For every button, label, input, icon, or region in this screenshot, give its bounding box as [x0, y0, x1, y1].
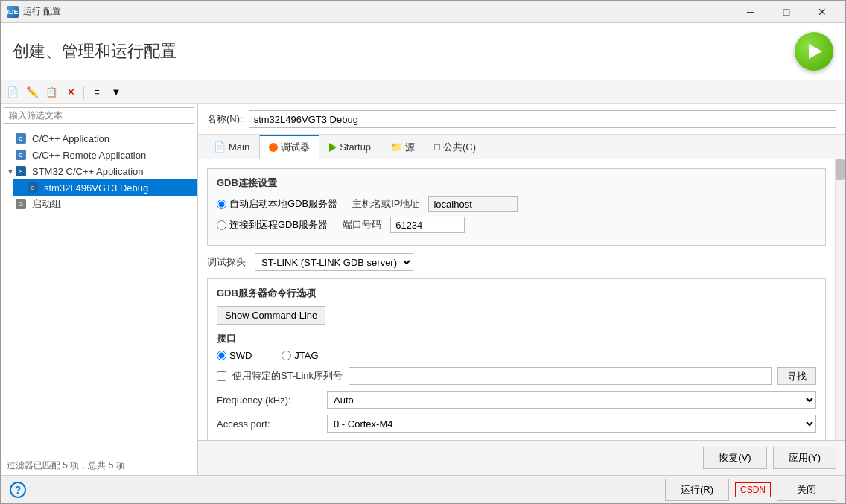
scroll-thumb — [836, 159, 845, 180]
delete-button[interactable]: ✕ — [62, 83, 80, 101]
stm32-group-label: STM32 C/C++ Application — [32, 166, 144, 177]
window-controls: ─ □ ✕ — [734, 1, 839, 23]
serial-input[interactable] — [349, 367, 772, 385]
help-button[interactable]: ? — [10, 482, 26, 498]
filter-button[interactable]: ≡ — [88, 83, 106, 101]
connect-remote-radio[interactable] — [217, 220, 226, 230]
tab-debugger[interactable]: 调试器 — [259, 135, 319, 159]
swd-radio[interactable] — [217, 351, 226, 360]
probe-label: 调试探头 — [207, 255, 246, 269]
tree-item-cpp-app[interactable]: C C/C++ Application — [1, 130, 197, 147]
auto-start-radio[interactable] — [217, 200, 226, 209]
run-button[interactable] — [795, 32, 833, 71]
right-scrollbar[interactable] — [835, 159, 845, 440]
port-label: 端口号码 — [343, 218, 381, 232]
jtag-text: JTAG — [294, 350, 318, 361]
tree-item-cpp-remote[interactable]: C C/C++ Remote Application — [1, 147, 197, 163]
access-port-row: Access port: 0 - Cortex-M4 1 - Cortex-M0 — [217, 415, 816, 433]
config-content: GDB连接设置 自动启动本地GDB服务器 主机名或IP地址 — [198, 159, 835, 440]
serial-row: 使用特定的ST-Link序列号 寻找 — [217, 367, 816, 385]
main-content: C C/C++ Application C C/C++ Remote Appli… — [1, 104, 845, 475]
swd-text: SWD — [229, 350, 252, 361]
jtag-label[interactable]: JTAG — [282, 350, 318, 361]
cpp-remote-label: C/C++ Remote Application — [32, 150, 146, 161]
close-window-button[interactable]: ✕ — [805, 1, 839, 23]
edit-button[interactable]: ✏️ — [23, 83, 41, 101]
reset-behaviour-row: Reset behaviour — [217, 438, 816, 440]
main-tab-label: Main — [229, 141, 249, 153]
left-panel: C C/C++ Application C C/C++ Remote Appli… — [1, 104, 198, 475]
right-panel: 名称(N): 📄 Main 调试器 Startup 📁 — [198, 104, 845, 475]
filter-status: 过滤器已匹配 5 项，总共 5 项 — [1, 456, 197, 475]
view-menu-button[interactable]: ▼ — [107, 83, 125, 101]
debugger-tab-label: 调试器 — [281, 141, 310, 154]
port-input[interactable] — [390, 217, 465, 233]
cpp-icon: C — [16, 133, 26, 144]
probe-select[interactable]: ST-LINK (ST-LINK GDB server) OpenOCD — [255, 253, 413, 271]
tree-item-launch-group[interactable]: G 启动组 — [1, 196, 197, 212]
tree-item-stm32-debug[interactable]: S stm32L496VGT3 Debug — [13, 179, 197, 196]
serial-label: 使用特定的ST-Link序列号 — [232, 369, 343, 383]
connect-remote-text: 连接到远程GDB服务器 — [229, 218, 328, 232]
tab-main[interactable]: 📄 Main — [204, 136, 259, 158]
probe-row: 调试探头 ST-LINK (ST-LINK GDB server) OpenOC… — [207, 253, 826, 271]
tree-item-stm32-group[interactable]: ▼ S STM32 C/C++ Application — [1, 163, 197, 179]
jtag-radio[interactable] — [282, 351, 291, 360]
title-bar: IDE 运行 配置 ─ □ ✕ — [1, 1, 845, 23]
run-config-button[interactable]: 运行(R) — [665, 479, 729, 501]
stm32-debug-label: stm32L496VGT3 Debug — [44, 182, 148, 194]
page-title: 创建、管理和运行配置 — [13, 40, 176, 63]
name-row: 名称(N): — [198, 104, 845, 135]
frequency-select[interactable]: Auto 4000 1800 — [327, 391, 816, 409]
app-icon: IDE — [7, 6, 19, 18]
connect-remote-label[interactable]: 连接到远程GDB服务器 — [217, 218, 328, 232]
host-input[interactable] — [428, 196, 518, 212]
copy-button[interactable]: 📋 — [42, 83, 60, 101]
header-area: 创建、管理和运行配置 — [1, 23, 845, 80]
cpp-app-label: C/C++ Application — [32, 133, 109, 144]
tab-common[interactable]: □ 公共(C) — [424, 135, 486, 159]
host-label: 主机名或IP地址 — [352, 197, 419, 211]
reset-behaviour-label: Reset behaviour — [217, 438, 321, 440]
auto-start-label[interactable]: 自动启动本地GDB服务器 — [217, 197, 337, 211]
interface-radios: SWD JTAG — [217, 350, 816, 361]
cpp-remote-icon: C — [16, 150, 26, 160]
show-command-line-button[interactable]: Show Command Line — [217, 306, 325, 325]
footer-bar: ? 运行(R) CSDN 关闭 — [1, 475, 845, 503]
gdb-server-section: GDB服务器命令行选项 Show Command Line 接口 SWD — [207, 278, 826, 440]
toolbar: 📄 ✏️ 📋 ✕ ≡ ▼ — [1, 80, 845, 104]
tab-source[interactable]: 📁 源 — [381, 135, 424, 159]
tree-area: C C/C++ Application C C/C++ Remote Appli… — [1, 127, 197, 456]
maximize-button[interactable]: □ — [769, 1, 804, 23]
launch-group-label: 启动组 — [32, 197, 61, 211]
apply-button[interactable]: 应用(Y) — [773, 447, 836, 469]
new-config-button[interactable]: 📄 — [4, 83, 22, 101]
main-window: IDE 运行 配置 ─ □ ✕ 创建、管理和运行配置 📄 ✏️ 📋 ✕ ≡ ▼ — [0, 0, 846, 504]
tab-startup[interactable]: Startup — [319, 136, 381, 158]
connect-remote-row: 连接到远程GDB服务器 端口号码 — [217, 217, 816, 233]
restore-button[interactable]: 恢复(V) — [703, 447, 766, 469]
frequency-label: Frequency (kHz): — [217, 395, 321, 406]
name-label: 名称(N): — [207, 112, 243, 126]
footer-right: 运行(R) CSDN 关闭 — [665, 479, 836, 501]
filter-input-wrapper — [1, 104, 197, 127]
source-tab-label: 源 — [405, 141, 415, 154]
interface-title: 接口 — [217, 332, 816, 345]
debugger-tab-icon — [269, 143, 278, 152]
close-button[interactable]: 关闭 — [777, 479, 836, 501]
startup-tab-label: Startup — [340, 141, 371, 153]
common-tab-icon: □ — [434, 141, 440, 153]
startup-tab-icon — [329, 143, 337, 152]
bottom-bar: 恢复(V) 应用(Y) — [198, 440, 845, 475]
serial-find-button[interactable]: 寻找 — [777, 367, 816, 385]
name-input[interactable] — [249, 110, 836, 128]
stm32-debug-icon: S — [28, 182, 38, 193]
tabs-row: 📄 Main 调试器 Startup 📁 源 □ 公共(C) — [198, 135, 845, 159]
gdb-connection-section: GDB连接设置 自动启动本地GDB服务器 主机名或IP地址 — [207, 168, 826, 246]
access-port-select[interactable]: 0 - Cortex-M4 1 - Cortex-M0 — [327, 415, 816, 433]
minimize-button[interactable]: ─ — [734, 1, 768, 23]
serial-checkbox[interactable] — [217, 371, 226, 381]
stm32-tree-toggle: ▼ — [7, 168, 16, 176]
swd-label[interactable]: SWD — [217, 350, 252, 361]
filter-input[interactable] — [4, 107, 194, 124]
